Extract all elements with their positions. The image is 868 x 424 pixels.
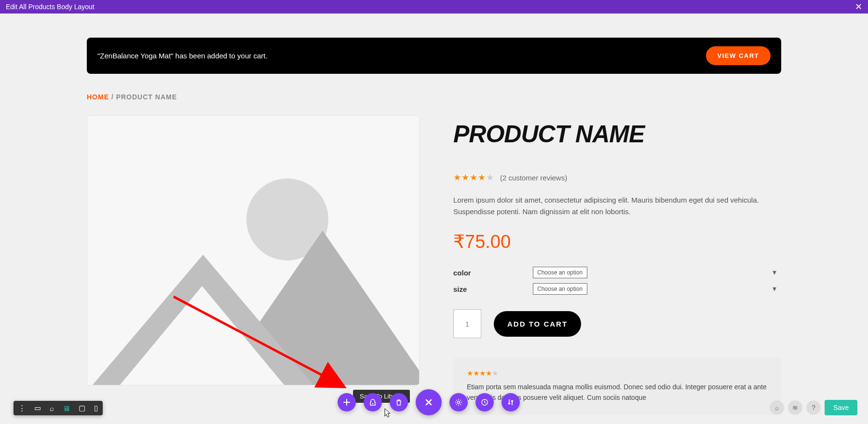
product-price: ₹75.00 [453, 231, 781, 252]
help-icon[interactable]: ? [806, 400, 821, 415]
editor-title: Edit All Products Body Layout [6, 3, 95, 11]
editor-top-bar: Edit All Products Body Layout ✕ [0, 0, 868, 14]
view-cart-button[interactable]: VIEW CART [706, 46, 771, 65]
delete-button[interactable] [390, 393, 408, 411]
quantity-input[interactable] [453, 309, 481, 338]
review-stars: ★★★★★ [467, 369, 768, 378]
product-info: PRODUCT NAME ★★★★★ (2 customer reviews) … [453, 115, 781, 415]
add-to-cart-row: ADD TO CART [453, 309, 781, 338]
cart-notice: "ZenBalance Yoga Mat" has been added to … [87, 38, 781, 74]
placeholder-inner [96, 286, 308, 385]
desktop-icon[interactable]: 🖥 [63, 404, 70, 412]
variation-color-row: color Choose an option [453, 267, 781, 278]
zoom-icon[interactable]: ⌕ [50, 404, 54, 412]
save-button[interactable]: Save [825, 400, 857, 415]
close-icon[interactable]: ✕ [855, 2, 862, 11]
breadcrumb-home[interactable]: HOME [87, 93, 109, 101]
notice-message: "ZenBalance Yoga Mat" has been added to … [97, 52, 268, 60]
wireframe-icon[interactable]: ▭ [34, 404, 41, 412]
layers-icon[interactable]: ≋ [788, 400, 802, 415]
history-button[interactable] [475, 393, 494, 411]
menu-dots-icon[interactable]: ⋮ [18, 404, 26, 412]
builder-fab-row [338, 389, 520, 415]
content-area: "ZenBalance Yoga Mat" has been added to … [0, 14, 868, 415]
product-image-placeholder[interactable] [87, 115, 420, 385]
breadcrumb-sep: / [109, 93, 116, 101]
save-to-library-button[interactable] [364, 393, 382, 411]
product-description: Lorem ipsum dolor sit amet, consectetur … [453, 194, 781, 218]
reviews-count[interactable]: (2 customer reviews) [500, 174, 567, 182]
close-builder-button[interactable] [416, 389, 442, 415]
phone-icon[interactable]: ▯ [94, 404, 98, 412]
settings-button[interactable] [449, 393, 468, 411]
search-settings-icon[interactable]: ⌕ [770, 400, 784, 415]
variation-size-select[interactable]: Choose an option [533, 283, 587, 295]
variation-color-label: color [453, 269, 533, 277]
variation-size-label: size [453, 285, 533, 293]
variation-size-row: size Choose an option [453, 283, 781, 295]
star-rating: ★★★★★ [453, 172, 494, 183]
product-title: PRODUCT NAME [453, 120, 781, 148]
breadcrumb: HOME / PRODUCT NAME [87, 93, 781, 101]
product-row: PRODUCT NAME ★★★★★ (2 customer reviews) … [87, 115, 781, 415]
bottom-left-toolbar: ⋮ ▭ ⌕ 🖥 ▢ ▯ [14, 401, 103, 415]
breadcrumb-current: PRODUCT NAME [116, 93, 177, 101]
variation-color-select[interactable]: Choose an option [533, 267, 587, 278]
tablet-icon[interactable]: ▢ [79, 404, 85, 412]
swap-button[interactable] [502, 393, 520, 411]
add-to-cart-button[interactable]: ADD TO CART [494, 311, 581, 337]
bottom-right-actions: ⌕ ≋ ? Save [770, 400, 857, 415]
rating-row: ★★★★★ (2 customer reviews) [453, 172, 781, 183]
add-module-button[interactable] [338, 393, 356, 411]
svg-point-1 [372, 403, 373, 404]
svg-point-2 [458, 401, 460, 404]
